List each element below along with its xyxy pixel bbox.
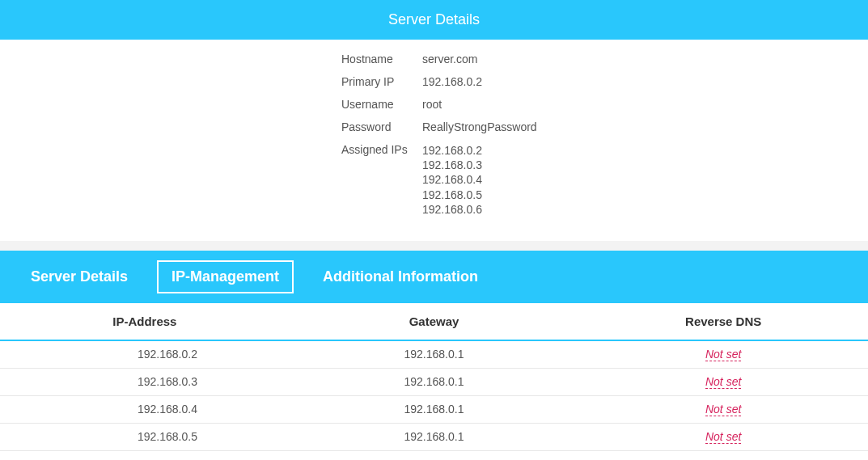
- details-table: Hostname server.com Primary IP 192.168.0…: [341, 48, 537, 222]
- cell-gateway: 192.168.0.1: [290, 395, 579, 423]
- details-body: Hostname server.com Primary IP 192.168.0…: [0, 40, 868, 231]
- panel-title: Server Details: [0, 0, 868, 40]
- detail-row-password: Password ReallyStrongPassword: [341, 116, 537, 138]
- header-ip: IP-Address: [0, 303, 290, 340]
- cell-ip: 192.168.0.2: [0, 340, 290, 369]
- table-row: 192.168.0.3 192.168.0.1 Not set: [0, 368, 868, 395]
- detail-row-primary-ip: Primary IP 192.168.0.2: [341, 70, 537, 93]
- tab-additional-info[interactable]: Additional Information: [308, 260, 493, 293]
- detail-row-username: Username root: [341, 93, 537, 116]
- cell-gateway: 192.168.0.1: [290, 368, 579, 395]
- primary-ip-label: Primary IP: [341, 70, 422, 93]
- hostname-value: server.com: [422, 48, 537, 70]
- header-rdns: Reverse DNS: [578, 303, 868, 340]
- assigned-ip: 192.168.0.2: [422, 143, 537, 158]
- cell-gateway: 192.168.0.1: [290, 340, 579, 369]
- tab-ip-management[interactable]: IP-Management: [157, 260, 294, 293]
- username-label: Username: [341, 93, 422, 116]
- password-label: Password: [341, 116, 422, 138]
- server-details-panel: Server Details Hostname server.com Prima…: [0, 0, 868, 231]
- tab-bar: Server Details IP-Management Additional …: [0, 251, 868, 303]
- assigned-ip: 192.168.0.3: [422, 158, 537, 172]
- rdns-link[interactable]: Not set: [705, 403, 741, 416]
- ip-table: IP-Address Gateway Reverse DNS 192.168.0…: [0, 303, 868, 460]
- username-value: root: [422, 93, 537, 116]
- detail-row-assigned-ips: Assigned IPs 192.168.0.2 192.168.0.3 192…: [341, 138, 537, 222]
- hostname-label: Hostname: [341, 48, 422, 70]
- rdns-link[interactable]: Not set: [705, 430, 741, 444]
- assigned-ip: 192.168.0.4: [422, 172, 537, 187]
- tab-server-details[interactable]: Server Details: [16, 260, 142, 293]
- table-row: 192.168.0.2 192.168.0.1 Not set: [0, 340, 868, 369]
- rdns-link[interactable]: Not set: [705, 375, 741, 389]
- ip-table-header-row: IP-Address Gateway Reverse DNS: [0, 303, 868, 340]
- section-spacer: [0, 241, 868, 251]
- cell-gateway: 192.168.0.1: [290, 423, 579, 450]
- rdns-link[interactable]: Not set: [705, 348, 741, 361]
- cell-gateway: 192.168.0.1: [290, 450, 579, 460]
- table-row: 192.168.0.6 192.168.0.1 Not set: [0, 450, 868, 460]
- assigned-ips-label: Assigned IPs: [341, 138, 422, 222]
- cell-ip: 192.168.0.4: [0, 395, 290, 423]
- cell-ip: 192.168.0.3: [0, 368, 290, 395]
- password-value: ReallyStrongPassword: [422, 116, 537, 138]
- table-row: 192.168.0.5 192.168.0.1 Not set: [0, 423, 868, 450]
- header-gateway: Gateway: [290, 303, 579, 340]
- cell-ip: 192.168.0.5: [0, 423, 290, 450]
- primary-ip-value: 192.168.0.2: [422, 70, 537, 93]
- assigned-ip: 192.168.0.6: [422, 202, 537, 217]
- cell-ip: 192.168.0.6: [0, 450, 290, 460]
- table-row: 192.168.0.4 192.168.0.1 Not set: [0, 395, 868, 423]
- detail-row-hostname: Hostname server.com: [341, 48, 537, 70]
- assigned-ips-value: 192.168.0.2 192.168.0.3 192.168.0.4 192.…: [422, 138, 537, 222]
- assigned-ip: 192.168.0.5: [422, 188, 537, 202]
